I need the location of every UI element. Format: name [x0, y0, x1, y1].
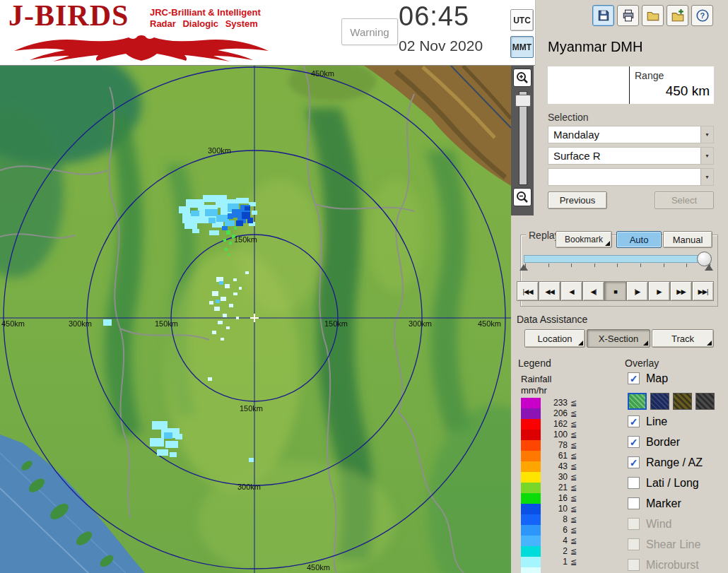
- legend-color: [521, 536, 541, 546]
- checkbox[interactable]: [628, 477, 640, 489]
- step-back-button[interactable]: ◀|: [582, 281, 604, 301]
- legend-le-symbol: ≦: [570, 441, 577, 450]
- legend-le-symbol: ≦: [570, 473, 577, 482]
- legend-color: [521, 504, 541, 514]
- chevron-down-icon[interactable]: ▼: [700, 169, 713, 185]
- step-forward-button[interactable]: |▶: [626, 281, 648, 301]
- legend-color: [521, 419, 541, 430]
- bookmark-button[interactable]: Bookmark: [556, 231, 612, 248]
- fast-forward-button[interactable]: ▶▶: [670, 281, 692, 301]
- chevron-down-icon[interactable]: ▼: [700, 126, 713, 143]
- radar-display[interactable]: 450km300km150km150km300km450km450km300km…: [0, 66, 511, 573]
- checkbox[interactable]: ✓: [628, 456, 640, 468]
- skip-to-start-button[interactable]: |◀◀: [517, 281, 539, 301]
- zoom-out-button[interactable]: [513, 188, 532, 206]
- zoom-slider-handle[interactable]: [515, 95, 531, 107]
- checkbox[interactable]: ✓: [628, 436, 640, 448]
- map-style-dark-swatch[interactable]: [695, 393, 715, 410]
- bookmark-label: Bookmark: [565, 235, 603, 244]
- checkbox[interactable]: ✓: [628, 372, 640, 384]
- legend-row: 100≦: [521, 430, 577, 440]
- print-button[interactable]: [617, 5, 639, 26]
- help-button[interactable]: ?: [691, 5, 713, 26]
- map-style-olive-swatch[interactable]: [673, 393, 692, 410]
- legend-le-symbol: ≦: [570, 430, 577, 439]
- rain-cell: [103, 319, 112, 326]
- rain-cell: [208, 377, 212, 381]
- selection-dropdown-2[interactable]: Surface R▼: [548, 147, 714, 165]
- location-button[interactable]: Location: [524, 329, 585, 348]
- save-button[interactable]: [592, 5, 614, 26]
- skip-to-end-button[interactable]: ▶▶|: [692, 281, 714, 301]
- overlay-item-microburst: Microburst: [628, 559, 728, 571]
- previous-button[interactable]: Previous: [548, 191, 607, 209]
- rain-cell: [216, 300, 220, 303]
- utc-button[interactable]: UTC: [510, 9, 534, 31]
- x-section-button[interactable]: X-Section: [587, 329, 650, 348]
- checkbox[interactable]: [628, 518, 640, 530]
- zoom-in-button[interactable]: [513, 69, 532, 87]
- timeline-end-marker[interactable]: [705, 264, 713, 271]
- auto-button[interactable]: Auto: [616, 231, 662, 248]
- legend-value: 43: [546, 461, 568, 472]
- timeline-track[interactable]: [524, 255, 711, 263]
- select-button[interactable]: Select: [654, 191, 714, 209]
- map-style-navy-swatch[interactable]: [650, 393, 669, 410]
- map-style-swatches: [628, 393, 728, 410]
- checkbox[interactable]: ✓: [628, 415, 640, 427]
- button-label: X-Section: [599, 333, 638, 344]
- rain-cell: [157, 449, 168, 456]
- zoom-slider-track[interactable]: [519, 91, 527, 185]
- timeline-tick: [594, 264, 595, 267]
- stop-button[interactable]: ■: [604, 281, 626, 301]
- timeline-ticks: [524, 264, 711, 268]
- legend-value: 1: [546, 557, 568, 567]
- legend-row: 206≦: [521, 408, 577, 419]
- play-reverse-button[interactable]: ◀: [560, 281, 582, 301]
- ring-label: 450km: [1, 319, 25, 328]
- folder-plus-icon: [671, 8, 685, 23]
- legend-row: 4≦: [521, 536, 577, 546]
- play-button[interactable]: ▶: [648, 281, 670, 301]
- rain-cell: [219, 281, 223, 285]
- open-button[interactable]: [642, 5, 664, 26]
- legend-color: [521, 408, 541, 419]
- track-button[interactable]: Track: [652, 329, 714, 348]
- export-button[interactable]: [667, 5, 688, 26]
- fast-rewind-button[interactable]: ◀◀: [539, 281, 560, 301]
- legend-row: 21≦: [521, 483, 577, 493]
- legend-le-symbol: ≦: [570, 483, 577, 492]
- manual-button[interactable]: Manual: [663, 231, 712, 248]
- chevron-down-icon[interactable]: ▼: [700, 148, 713, 164]
- selection-dropdown-1[interactable]: Mandalay▼: [548, 126, 714, 143]
- menu-corner-icon: [707, 341, 712, 345]
- legend-color: [521, 461, 541, 472]
- question-icon: ?: [695, 8, 710, 23]
- overlay-label: Microburst: [646, 559, 699, 572]
- timeline-start-marker[interactable]: [519, 264, 528, 271]
- legend-row: 16≦: [521, 493, 577, 504]
- legend-color: [521, 472, 541, 483]
- checkbox[interactable]: [628, 538, 640, 550]
- selection-dropdown-3[interactable]: ▼: [548, 168, 714, 186]
- legend-color: [521, 546, 541, 557]
- warning-button[interactable]: Warning: [341, 18, 398, 45]
- legend-row: 2≦: [521, 546, 577, 557]
- legend-value: 21: [546, 483, 568, 493]
- manual-label: Manual: [673, 235, 703, 245]
- ring-label: 450km: [307, 563, 330, 572]
- overlay-label: Shear Line: [646, 538, 700, 551]
- radar-map[interactable]: 450km300km150km150km300km450km450km300km…: [0, 66, 511, 573]
- checkbox[interactable]: [628, 497, 640, 509]
- rain-cell: [165, 441, 178, 448]
- toolbar: ?: [592, 5, 713, 26]
- mmt-button[interactable]: MMT: [510, 36, 534, 58]
- logo-title: J-BIRDS: [8, 0, 129, 33]
- checkbox[interactable]: [628, 559, 640, 571]
- timeline-tick: [548, 264, 549, 267]
- zoom-strip: [511, 66, 534, 215]
- legend-value: 61: [546, 451, 568, 461]
- ring-label: 150km: [155, 319, 178, 328]
- map-style-terrain-swatch[interactable]: [628, 393, 647, 410]
- legend-le-symbol: ≦: [570, 398, 577, 408]
